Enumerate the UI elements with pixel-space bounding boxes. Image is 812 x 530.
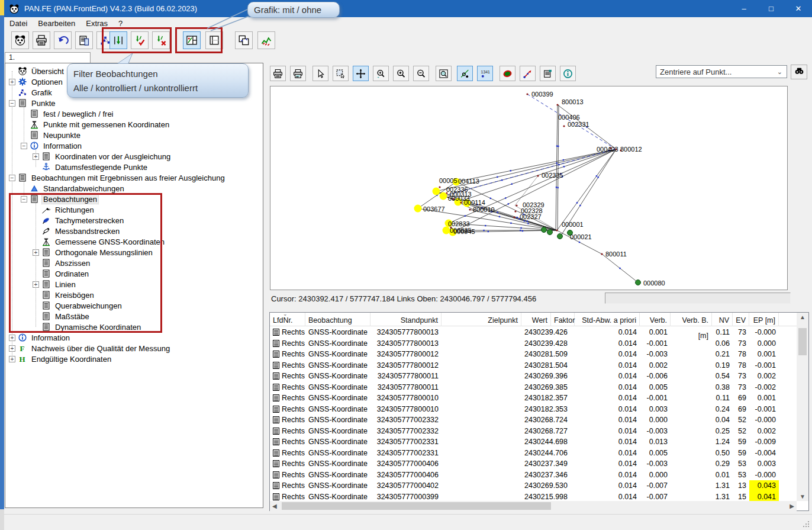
info-button[interactable]: [560, 66, 576, 81]
tree-item-standardabweichungen[interactable]: Standardabweichungen: [21, 183, 125, 194]
table-row[interactable]: RechtsGNSS-Koordinate3243057770023312430…: [270, 448, 797, 459]
tree-item-beobachtungen-mit-ergebnissen-aus-freier-ausgleichung[interactable]: −Beobachtungen mit Ergebnissen aus freie…: [9, 172, 226, 183]
column-header-lfdnr[interactable]: LfdNr.: [270, 313, 305, 326]
table-row[interactable]: RechtsGNSS-Koordinate3243057770004062430…: [270, 470, 797, 481]
select-cursor-button[interactable]: [312, 66, 328, 81]
collapse-minus-icon[interactable]: −: [21, 143, 27, 149]
tree-item-information[interactable]: −Information: [21, 140, 83, 151]
filter-all-button[interactable]: [109, 31, 127, 49]
table-row[interactable]: RechtsGNSS-Koordinate3243057770004022430…: [270, 480, 797, 492]
menu-item-bearbeiten[interactable]: Bearbeiten: [33, 18, 80, 29]
table-row[interactable]: RechtsGNSS-Koordinate3243057778000102430…: [270, 393, 797, 404]
maximize-button[interactable]: □: [758, 0, 785, 17]
tree-item-gemessene-gnss-koordinaten[interactable]: Gemessene GNSS-Koordinaten: [33, 236, 166, 247]
filter-controlled-button[interactable]: [131, 31, 149, 49]
tree-item-beobachtungen[interactable]: −Beobachtungen: [21, 194, 98, 204]
zoom-fit-button[interactable]: [436, 66, 452, 81]
layout-with-graphic-button[interactable]: [183, 31, 201, 49]
menu-item-[interactable]: ?: [113, 18, 128, 29]
filter-uncontrolled-button[interactable]: [152, 31, 170, 49]
tree-item-fest-beweglich-frei[interactable]: fest / beweglich / frei: [21, 108, 115, 119]
center-on-point-combo[interactable]: Zentriere auf Punkt... ⌄: [656, 65, 787, 78]
tree-item-koordinaten-vor-der-ausgleichung[interactable]: +Koordinaten vor der Ausgleichung: [33, 151, 172, 162]
tree-item-punkte-mit-gemessenen-koordinaten[interactable]: Punkte mit gemessenen Koordinaten: [21, 119, 170, 130]
tree-item-ma-st-be[interactable]: Maßstäbe: [33, 311, 91, 322]
expand-plus-icon[interactable]: +: [33, 281, 39, 288]
collapse-minus-icon[interactable]: −: [21, 196, 27, 203]
undo-button[interactable]: [54, 31, 72, 49]
column-header-beobachtung[interactable]: Beobachtung: [305, 313, 370, 326]
layout-without-graphic-button[interactable]: [205, 31, 223, 49]
table-horizontal-scrollbar[interactable]: ◀ ▶: [270, 501, 797, 511]
table-row[interactable]: RechtsGNSS-Koordinate3243057778000122430…: [270, 349, 797, 360]
tree-item-messbandstrecken[interactable]: Messbandstrecken: [33, 226, 121, 236]
menu-item-extras[interactable]: Extras: [80, 18, 113, 29]
tree-item-tachymeterstrecken[interactable]: Tachymeterstrecken: [33, 215, 125, 226]
expand-plus-icon[interactable]: +: [9, 356, 15, 362]
tree-item-grafik[interactable]: Grafik: [9, 87, 53, 98]
table-row[interactable]: RechtsGNSS-Koordinate3243057778000122430…: [270, 360, 797, 371]
tree-item-richtungen[interactable]: Richtungen: [33, 204, 95, 215]
tree-item-neupunkte[interactable]: Neupunkte: [21, 130, 82, 140]
column-header-faktor[interactable]: Faktor: [551, 313, 575, 326]
column-header-zielpunkt[interactable]: Zielpunkt: [442, 313, 521, 326]
expand-plus-icon[interactable]: +: [9, 335, 15, 341]
scroll-down-icon[interactable]: ▼: [797, 493, 808, 500]
table-row[interactable]: RechtsGNSS-Koordinate3243057770023312430…: [270, 436, 797, 448]
copy-button[interactable]: [75, 31, 93, 49]
tree-item-kreisb-gen[interactable]: Kreisbögen: [33, 290, 95, 300]
column-header-verb[interactable]: Verb.: [640, 313, 671, 326]
table-row[interactable]: RechtsGNSS-Koordinate3243057778000132430…: [270, 338, 797, 349]
find-point-button[interactable]: [791, 65, 807, 79]
column-header-standpunkt[interactable]: Standpunkt: [370, 313, 442, 326]
tree-item-querabweichungen[interactable]: Querabweichungen: [33, 300, 123, 311]
table-row[interactable]: RechtsGNSS-Koordinate3243057778000112430…: [270, 371, 797, 382]
tree-item-orthogonale-messungslinien[interactable]: +Orthogonale Messungslinien: [33, 247, 154, 258]
table-vertical-scrollbar[interactable]: ▲ ▼: [797, 313, 808, 501]
tree-item-endg-ltige-koordinaten[interactable]: +HEndgültige Koordinaten: [9, 354, 112, 364]
expand-plus-icon[interactable]: +: [9, 79, 15, 85]
vectors-button[interactable]: [520, 66, 536, 81]
horizontal-scroll-thumb[interactable]: [282, 502, 551, 510]
tree-item-ordinaten[interactable]: Ordinaten: [33, 268, 90, 279]
expand-plus-icon[interactable]: +: [33, 249, 39, 256]
vertical-scroll-thumb[interactable]: [798, 328, 807, 355]
pan-logo-button[interactable]: [11, 31, 29, 49]
tree-item-dynamische-koordinaten[interactable]: Dynamische Koordinaten: [33, 322, 142, 332]
toggle-points-button[interactable]: [457, 66, 473, 81]
tab-einstellungen-parameter[interactable]: 1. Einstellungen/Parameter: [5, 52, 91, 63]
statistics-button[interactable]: [257, 31, 275, 49]
table-row[interactable]: RechtsGNSS-Koordinate3243057770004062430…: [270, 458, 797, 470]
expand-plus-icon[interactable]: +: [33, 153, 39, 160]
scroll-up-icon[interactable]: ▲: [797, 314, 808, 320]
column-header-ev[interactable]: EV: [733, 313, 749, 326]
resize-grip[interactable]: [803, 521, 810, 528]
table-row[interactable]: RechtsGNSS-Koordinate3243057778000102430…: [270, 404, 797, 415]
print-button[interactable]: [33, 31, 50, 49]
print-setup-button[interactable]: [290, 66, 306, 81]
collapse-minus-icon[interactable]: −: [9, 175, 15, 181]
close-button[interactable]: ✕: [785, 0, 812, 17]
toggle-labels-button[interactable]: 1341: [477, 66, 493, 81]
properties-button[interactable]: [540, 66, 556, 81]
zoom-window-button[interactable]: [373, 66, 389, 81]
select-area-button[interactable]: [333, 66, 349, 81]
zoom-out-button[interactable]: [413, 66, 429, 81]
column-header-verb-b-m[interactable]: Verb. B. [m]: [671, 313, 712, 326]
minimize-button[interactable]: –: [730, 0, 758, 17]
column-header-wert[interactable]: Wert: [521, 313, 551, 326]
tree-item-abszissen[interactable]: Abszissen: [33, 258, 91, 268]
scroll-left-icon[interactable]: ◀: [272, 503, 277, 509]
network-plot-canvas[interactable]: 0003998000130004060023310004038000120023…: [270, 86, 788, 290]
column-header-std-abw-a-priori[interactable]: Std-Abw. a priori: [575, 313, 640, 326]
table-row[interactable]: RechtsGNSS-Koordinate3243057770023322430…: [270, 426, 797, 437]
error-ellipses-button[interactable]: [500, 66, 515, 81]
tree-item-datumsfestlegende-punkte[interactable]: Datumsfestlegende Punkte: [33, 162, 149, 172]
expand-plus-icon[interactable]: +: [9, 345, 15, 352]
table-row[interactable]: RechtsGNSS-Koordinate3243057770003992430…: [270, 492, 797, 502]
column-header-ep-m[interactable]: EP [m]: [749, 313, 779, 326]
tree-item-punkte[interactable]: −Punkte: [9, 98, 56, 108]
tree-item-nachweis-ber-die-qualit-t-der-messung[interactable]: +FNachweis über die Qualität der Messung: [9, 343, 171, 354]
pan-button[interactable]: [353, 66, 369, 81]
table-row[interactable]: RechtsGNSS-Koordinate3243057770023322430…: [270, 415, 797, 426]
